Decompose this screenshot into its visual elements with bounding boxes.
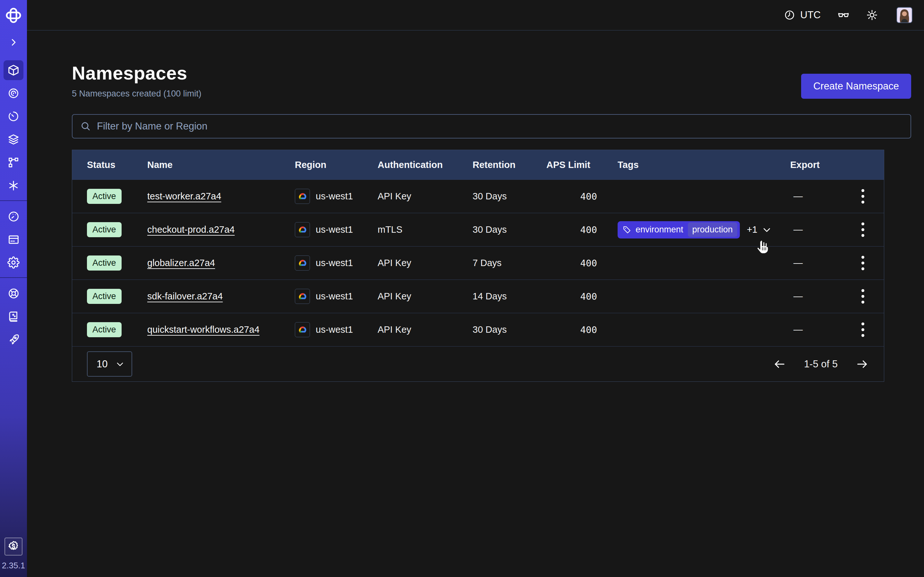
- auth-cell: API Key: [378, 324, 473, 335]
- sidebar-divider: [0, 200, 27, 201]
- main-content: Namespaces 5 Namespaces created (100 lim…: [27, 31, 924, 577]
- export-cell: —: [790, 224, 842, 235]
- tag-icon: [623, 226, 631, 234]
- tags-expand-button[interactable]: [762, 225, 772, 235]
- row-menu-button[interactable]: [861, 256, 864, 270]
- tag-more-count: +1: [747, 224, 758, 235]
- namespace-link[interactable]: sdk-failover.a27a4: [147, 291, 223, 301]
- namespace-link[interactable]: globalizer.a27a4: [147, 258, 215, 268]
- chevron-down-icon: [762, 225, 772, 235]
- status-badge: Active: [87, 255, 121, 271]
- clock-icon: [784, 10, 795, 21]
- page-size-select[interactable]: 10: [87, 351, 132, 377]
- export-cell: —: [790, 324, 842, 335]
- col-export: Export: [790, 160, 842, 170]
- table-row: Active quickstart-workflows.a27a4 us-wes…: [72, 313, 884, 346]
- namespace-link[interactable]: test-worker.a27a4: [147, 191, 221, 201]
- gear-icon: [7, 256, 19, 269]
- col-name: Name: [147, 160, 295, 170]
- sidebar-item-billing[interactable]: [0, 228, 27, 251]
- export-cell: —: [790, 191, 842, 201]
- sidebar-item-docs[interactable]: [0, 305, 27, 328]
- sidebar-item-schedules[interactable]: [0, 105, 27, 128]
- row-menu-button[interactable]: [861, 289, 864, 303]
- topbar: UTC: [27, 0, 924, 31]
- accessibility-glasses-button[interactable]: [837, 9, 850, 21]
- namespaces-table: Status Name Region Authentication Retent…: [72, 150, 884, 382]
- branch-icon: [8, 157, 19, 168]
- table-row: Active globalizer.a27a4 us-west1 API Key…: [72, 246, 884, 279]
- status-badge: Active: [87, 189, 121, 204]
- namespace-link[interactable]: quickstart-workflows.a27a4: [147, 324, 260, 335]
- col-retention: Retention: [473, 160, 546, 170]
- spiral-icon: [8, 87, 19, 99]
- auth-cell: API Key: [378, 191, 473, 201]
- book-sparkles-icon: [8, 311, 19, 322]
- auth-cell: mTLS: [378, 224, 473, 235]
- sidebar-item-usage[interactable]: [0, 205, 27, 228]
- region-label: us-west1: [316, 224, 353, 235]
- retention-cell: 30 Days: [473, 224, 546, 235]
- sidebar-nav: [0, 59, 27, 197]
- sidebar-divider: [0, 277, 27, 278]
- sidebar-item-workflows[interactable]: [0, 82, 27, 105]
- sidebar-item-deployments[interactable]: [0, 128, 27, 151]
- sidebar: 2.35.1: [0, 0, 27, 577]
- tag-pill[interactable]: environment production: [618, 221, 740, 239]
- retention-cell: 7 Days: [473, 258, 546, 268]
- sidebar-item-settings[interactable]: [0, 251, 27, 274]
- region-label: us-west1: [316, 258, 353, 268]
- avatar[interactable]: [897, 7, 913, 23]
- filter-bar: [72, 114, 911, 139]
- prev-page-button[interactable]: [773, 358, 786, 371]
- pricing-badge-button[interactable]: [5, 538, 23, 556]
- export-cell: —: [790, 291, 842, 301]
- aps-limit-cell: 400: [546, 258, 618, 269]
- card-icon: [8, 234, 19, 245]
- cube-icon: [7, 64, 19, 76]
- filter-input[interactable]: [97, 121, 903, 132]
- next-page-button[interactable]: [856, 358, 869, 371]
- timezone-button[interactable]: UTC: [784, 9, 821, 21]
- sidebar-expand-chevron-icon[interactable]: [0, 33, 27, 51]
- tags-cell: environment production +1: [618, 221, 790, 239]
- status-badge: Active: [87, 289, 121, 304]
- temporal-logo[interactable]: [0, 5, 27, 26]
- table-header-row: Status Name Region Authentication Retent…: [72, 150, 884, 179]
- page-title: Namespaces: [72, 62, 202, 84]
- row-menu-button[interactable]: [861, 189, 864, 203]
- gcp-icon: [295, 322, 310, 337]
- sidebar-item-namespaces[interactable]: [0, 59, 27, 82]
- retention-cell: 30 Days: [473, 324, 546, 335]
- table-row: Active sdk-failover.a27a4 us-west1 API K…: [72, 279, 884, 313]
- sidebar-nav-help: [0, 282, 27, 351]
- page-subtitle: 5 Namespaces created (100 limit): [72, 89, 202, 99]
- namespace-link[interactable]: checkout-prod.a27a4: [147, 224, 234, 235]
- sidebar-item-nexus[interactable]: [0, 174, 27, 197]
- sun-icon: [866, 9, 878, 21]
- app-version: 2.35.1: [2, 561, 25, 571]
- aps-limit-cell: 400: [546, 291, 618, 302]
- row-menu-button[interactable]: [861, 322, 864, 337]
- col-region: Region: [295, 160, 378, 170]
- col-aps-limit: APS Limit: [546, 160, 618, 170]
- gcp-icon: [295, 189, 310, 204]
- theme-toggle-button[interactable]: [866, 9, 878, 21]
- status-badge: Active: [87, 222, 121, 237]
- arrow-left-icon: [773, 358, 786, 371]
- col-status: Status: [87, 160, 147, 170]
- sidebar-item-task-queues[interactable]: [0, 151, 27, 174]
- asterisk-icon: [8, 180, 19, 191]
- status-badge: Active: [87, 322, 121, 337]
- sidebar-item-getting-started[interactable]: [0, 328, 27, 351]
- rocket-icon: [8, 334, 19, 346]
- region-label: us-west1: [316, 191, 353, 201]
- sidebar-nav-account: [0, 205, 27, 274]
- arrow-right-icon: [856, 358, 869, 371]
- create-namespace-button[interactable]: Create Namespace: [801, 74, 911, 99]
- gcp-icon: [295, 222, 310, 237]
- row-menu-button[interactable]: [861, 222, 864, 237]
- sidebar-item-support[interactable]: [0, 282, 27, 305]
- page-size-value: 10: [97, 358, 107, 370]
- pager: 1-5 of 5: [773, 358, 869, 371]
